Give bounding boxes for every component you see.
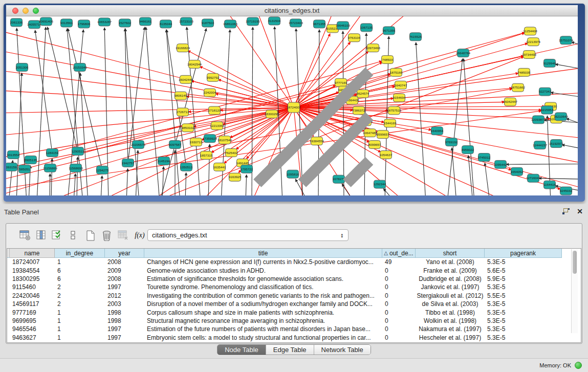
table-cell[interactable]: 6 bbox=[55, 266, 105, 274]
table-cell[interactable]: 14569117 bbox=[10, 300, 55, 308]
table-cell[interactable]: 0 bbox=[382, 292, 416, 300]
table-cell[interactable]: Embryonic stem cells: a model to study s… bbox=[144, 334, 382, 342]
tab-network-table[interactable]: Network Table bbox=[314, 345, 371, 355]
table-cell[interactable]: 1997 bbox=[105, 283, 144, 291]
new-document-button[interactable] bbox=[84, 229, 97, 242]
table-cell[interactable]: 5.3E-5 bbox=[485, 325, 562, 333]
table-vertical-scrollbar[interactable] bbox=[571, 249, 578, 333]
table-cell[interactable]: 2003 bbox=[105, 300, 144, 308]
table-cell[interactable]: 2008 bbox=[105, 258, 144, 266]
table-cell[interactable]: Structural magnetic resonance image aver… bbox=[144, 317, 382, 325]
table-cell[interactable]: 1998 bbox=[105, 317, 144, 325]
table-row[interactable]: 977716911998Corpus callosum shape and si… bbox=[7, 308, 581, 316]
table-cell[interactable]: 2 bbox=[55, 292, 105, 300]
table-cell[interactable]: 9699695 bbox=[10, 317, 55, 325]
table-settings-button[interactable] bbox=[18, 229, 32, 242]
table-cell[interactable]: 5.3E-5 bbox=[485, 258, 562, 266]
table-row[interactable]: 946554611997Estimation of the future num… bbox=[7, 325, 581, 333]
table-cell[interactable]: 0 bbox=[382, 275, 416, 283]
table-cell[interactable]: 1 bbox=[55, 258, 105, 266]
table-cell[interactable]: Tourette syndrome. Phenomenology and cla… bbox=[144, 283, 382, 291]
table-cell[interactable]: Changes of HCN gene expression and I(f) … bbox=[144, 258, 382, 266]
table-cell[interactable]: 5.6E-5 bbox=[485, 266, 562, 274]
table-cell[interactable]: 9777169 bbox=[10, 308, 55, 316]
table-row[interactable]: 2242004622012Investigating the contribut… bbox=[7, 292, 581, 300]
window-resize-grip[interactable] bbox=[6, 16, 577, 194]
table-cell[interactable]: 0 bbox=[382, 300, 416, 308]
table-cell[interactable]: 19384554 bbox=[10, 266, 55, 274]
table-cell[interactable]: de Silva et al. (2003) bbox=[416, 300, 485, 308]
table-cell[interactable]: 2009 bbox=[105, 266, 144, 274]
table-cell[interactable]: 2008 bbox=[105, 275, 144, 283]
column-header-pagerank[interactable]: pagerank bbox=[485, 249, 562, 258]
tab-edge-table[interactable]: Edge Table bbox=[266, 345, 314, 355]
table-cell[interactable]: Corpus callosum shape and size in male p… bbox=[144, 308, 382, 316]
table-cell[interactable]: 22420046 bbox=[10, 292, 55, 300]
delete-table-disabled-button[interactable] bbox=[116, 229, 129, 242]
table-cell[interactable]: Nakamura et al. (1997) bbox=[416, 325, 485, 333]
float-window-icon[interactable] bbox=[562, 208, 570, 214]
table-cell[interactable]: 0 bbox=[382, 266, 416, 274]
table-cell[interactable]: 1 bbox=[55, 308, 105, 316]
column-header-name[interactable]: name bbox=[10, 249, 55, 258]
table-selector-dropdown[interactable]: citations_edges.txt ▴▾ bbox=[147, 229, 349, 241]
table-cell[interactable]: 1997 bbox=[105, 334, 144, 342]
table-cell[interactable]: 2 bbox=[55, 300, 105, 308]
table-cell[interactable]: Stergiakouli et al. (2012) bbox=[416, 292, 485, 300]
table-cell[interactable]: 1 bbox=[55, 334, 105, 342]
table-cell[interactable]: Disruption of a novel member of a sodium… bbox=[144, 300, 382, 308]
select-checks-button[interactable] bbox=[50, 229, 63, 242]
column-header-year[interactable]: year bbox=[105, 249, 144, 258]
table-cell[interactable]: Tibbo et al. (1998) bbox=[416, 308, 485, 316]
table-cell[interactable]: 5.3E-5 bbox=[485, 283, 562, 291]
table-cell[interactable]: Jankovic et al. (1997) bbox=[416, 283, 485, 291]
table-cell[interactable]: Genome-wide association studies in ADHD. bbox=[144, 266, 382, 274]
table-cell[interactable]: Franke et al. (2009) bbox=[416, 266, 485, 274]
table-cell[interactable]: 1998 bbox=[105, 308, 144, 316]
show-columns-button[interactable] bbox=[35, 229, 48, 242]
table-cell[interactable]: 5.5E-5 bbox=[485, 292, 562, 300]
zoom-light-icon[interactable] bbox=[33, 8, 39, 14]
table-cell[interactable]: Hescheler et al. (1997) bbox=[416, 334, 485, 342]
row-height-button[interactable] bbox=[67, 229, 80, 242]
table-cell[interactable]: 1 bbox=[55, 317, 105, 325]
table-cell[interactable]: 9115460 bbox=[10, 283, 55, 291]
column-header-short[interactable]: short bbox=[416, 249, 485, 258]
close-light-icon[interactable] bbox=[12, 8, 18, 14]
table-cell[interactable]: 0 bbox=[382, 283, 416, 291]
table-cell[interactable]: Yano et al. (2008) bbox=[416, 258, 485, 266]
table-cell[interactable]: Wolkin et al. (1998) bbox=[416, 317, 485, 325]
column-header-title[interactable]: title bbox=[144, 249, 382, 258]
table-row[interactable]: 1456911722003Disruption of a novel membe… bbox=[7, 300, 581, 308]
table-cell[interactable]: 2 bbox=[55, 283, 105, 291]
table-cell[interactable]: 6 bbox=[55, 275, 105, 283]
table-cell[interactable]: 0 bbox=[382, 317, 416, 325]
scrollbar-thumb[interactable] bbox=[573, 251, 577, 274]
table-cell[interactable]: 1997 bbox=[105, 325, 144, 333]
table-row[interactable]: 1830029562008Estimation of significance … bbox=[7, 275, 581, 283]
table-row[interactable]: 1872400712008Changes of HCN gene express… bbox=[7, 258, 581, 266]
table-cell[interactable]: 18724007 bbox=[10, 258, 55, 266]
table-row[interactable]: 911546021997Tourette syndrome. Phenomeno… bbox=[7, 283, 581, 291]
function-builder-button[interactable]: f(x) bbox=[133, 229, 146, 242]
table-cell[interactable]: Investigating the contribution of common… bbox=[144, 292, 382, 300]
table-cell[interactable]: 5.3E-5 bbox=[485, 334, 562, 342]
table-row[interactable]: 969969511998Structural magnetic resonanc… bbox=[7, 317, 581, 325]
table-cell[interactable]: 0 bbox=[382, 334, 416, 342]
network-window-titlebar[interactable]: citations_edges.txt bbox=[6, 5, 578, 16]
table-cell[interactable]: 5.3E-5 bbox=[485, 317, 562, 325]
tab-node-table[interactable]: Node Table bbox=[217, 345, 266, 355]
table-cell[interactable]: 18300295 bbox=[10, 275, 55, 283]
table-cell[interactable]: 5.3E-5 bbox=[485, 308, 562, 316]
close-icon[interactable]: ✕ bbox=[577, 208, 583, 214]
table-row[interactable]: 1938455462009Genome-wide association stu… bbox=[7, 266, 581, 274]
column-header-in_degree[interactable]: in_degree bbox=[55, 249, 105, 258]
network-canvas[interactable]: 1916682918042544160424469806149272671398… bbox=[6, 16, 578, 195]
table-cell[interactable]: 49 bbox=[382, 258, 416, 266]
table-cell[interactable]: 5.9E-5 bbox=[485, 275, 562, 283]
table-row[interactable]: 946362711997Embryonic stem cells: a mode… bbox=[7, 334, 581, 342]
table-cell[interactable]: 2012 bbox=[105, 292, 144, 300]
column-header-out_de[interactable]: △out_de... bbox=[382, 249, 416, 258]
table-cell[interactable]: Estimation of significance thresholds fo… bbox=[144, 275, 382, 283]
table-cell[interactable]: Dudbridge et al. (2008) bbox=[416, 275, 485, 283]
